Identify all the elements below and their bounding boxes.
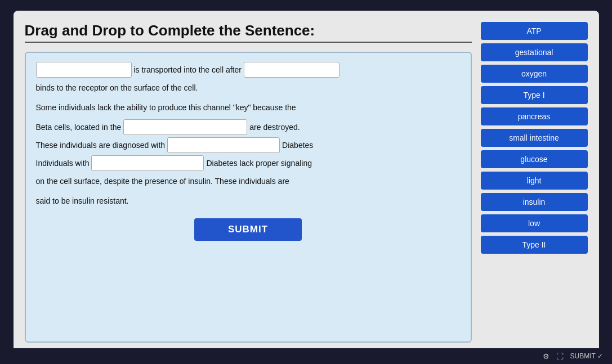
sentence-5-post: Diabetes lack proper signaling (206, 155, 312, 171)
submit-row: SUBMIT (36, 218, 461, 241)
sentence-3-pre: Beta cells, located in the (36, 119, 122, 135)
sentence-1-post: binds to the receptor on the surface of … (36, 83, 198, 92)
sentence-1: is transported into the cell after (36, 62, 461, 78)
left-panel: Drag and Drop to Complete the Sentence: … (25, 22, 472, 343)
word-oxygen[interactable]: oxygen (481, 65, 588, 83)
word-low[interactable]: low (481, 214, 588, 232)
sentence-7: said to be insulin resistant. (36, 196, 129, 205)
drop-box-5[interactable] (91, 155, 204, 171)
expand-icon[interactable]: ⛶ (556, 352, 564, 361)
page-title: Drag and Drop to Complete the Sentence: (25, 22, 472, 43)
drop-box-3[interactable] (123, 119, 247, 135)
sentence-4: These individuals are diagnosed with Dia… (36, 137, 461, 153)
sentence-4-post: Diabetes (282, 137, 313, 153)
word-small-intestine[interactable]: small intestine (481, 129, 588, 147)
drop-box-4[interactable] (167, 137, 280, 153)
word-type1[interactable]: Type I (481, 86, 588, 104)
main-container: Drag and Drop to Complete the Sentence: … (14, 11, 599, 354)
word-type2[interactable]: Type II (481, 236, 588, 254)
word-light[interactable]: light (481, 172, 588, 190)
word-glucose[interactable]: glucose (481, 150, 588, 168)
content-area: is transported into the cell after binds… (25, 52, 472, 343)
bottom-submit-text[interactable]: SUBMIT ✓ (570, 352, 603, 360)
word-pancreas[interactable]: pancreas (481, 107, 588, 125)
sentence-2: Some individuals lack the ability to pro… (36, 103, 296, 112)
sentence-6-block: on the cell surface, despite the presenc… (36, 173, 461, 190)
sentence-2-block: Some individuals lack the ability to pro… (36, 100, 461, 116)
sentence-5-pre: Individuals with (36, 155, 90, 171)
submit-button[interactable]: SUBMIT (194, 218, 302, 241)
drop-box-1[interactable] (36, 62, 132, 78)
sentence-6: on the cell surface, despite the presenc… (36, 177, 289, 186)
sentence-3-post: are destroyed. (249, 119, 300, 135)
drop-box-2[interactable] (244, 62, 339, 78)
word-bank: ATP gestational oxygen Type I pancreas s… (481, 22, 588, 343)
sentence-7-block: said to be insulin resistant. (36, 193, 461, 209)
sentence-1-pre: is transported into the cell after (134, 62, 242, 78)
settings-icon[interactable]: ⚙ (543, 352, 550, 361)
sentence-5: Individuals with Diabetes lack proper si… (36, 155, 461, 171)
sentence-3: Beta cells, located in the are destroyed… (36, 119, 461, 135)
bottom-bar: ⚙ ⛶ SUBMIT ✓ (0, 348, 612, 364)
word-insulin[interactable]: insulin (481, 193, 588, 211)
sentence-4-pre: These individuals are diagnosed with (36, 137, 166, 153)
sentence-1-cont: binds to the receptor on the surface of … (36, 80, 461, 96)
word-atp[interactable]: ATP (481, 22, 588, 40)
word-gestational[interactable]: gestational (481, 43, 588, 61)
